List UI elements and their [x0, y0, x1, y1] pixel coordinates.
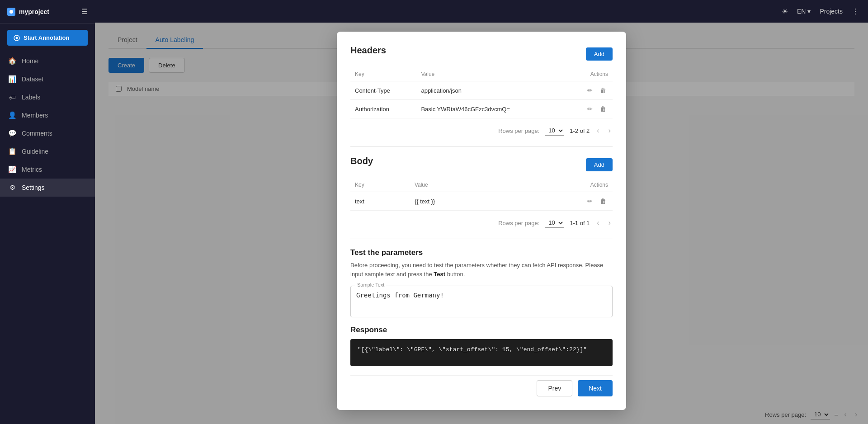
body-key-cell: text [350, 192, 410, 211]
metrics-icon: 📈 [8, 165, 16, 174]
body-next-arrow[interactable]: › [607, 218, 613, 228]
delete-header-button[interactable]: 🗑 [598, 104, 608, 113]
hamburger-menu-icon[interactable]: ☰ [81, 7, 88, 16]
body-section-header: Body Add [350, 156, 613, 174]
prev-button[interactable]: Prev [537, 380, 572, 396]
edit-header-button[interactable]: ✏ [585, 86, 594, 95]
page-content: Project Auto Labeling Create Delete Mode… [95, 23, 868, 424]
dialog: Headers Add Key Value Actions Content-Ty… [337, 32, 626, 410]
body-pagination: Rows per page: 10 1-1 of 1 ‹ › [350, 215, 613, 234]
body-add-button[interactable]: Add [586, 158, 613, 171]
body-title: Body [350, 156, 373, 166]
sidebar-item-settings[interactable]: ⚙ Settings [0, 179, 95, 197]
topbar: ☀ EN ▾ Projects ⋮ [95, 0, 868, 23]
headers-add-button[interactable]: Add [586, 47, 613, 61]
headers-section-header: Headers Add [350, 45, 613, 63]
sidebar-item-home-label: Home [22, 57, 38, 65]
sidebar-item-guideline[interactable]: 📋 Guideline [0, 142, 95, 160]
main-area: ☀ EN ▾ Projects ⋮ Project Auto Labeling … [95, 0, 868, 424]
comments-icon: 💬 [8, 129, 16, 137]
headers-next-arrow[interactable]: › [607, 126, 613, 136]
response-box: "[{\"label\": \"GPE\", \"start_offset\":… [350, 339, 613, 366]
sidebar-item-members[interactable]: 👤 Members [0, 106, 95, 124]
chevron-down-icon: ▾ [807, 8, 811, 15]
logo-icon [7, 8, 15, 16]
headers-rows-per-page-label: Rows per page: [498, 127, 539, 134]
body-value-cell: {{ text }} [410, 192, 505, 211]
svg-point-2 [16, 37, 18, 39]
sidebar-item-labels[interactable]: 🏷 Labels [0, 88, 95, 106]
test-description-part2: button. [445, 271, 465, 278]
headers-count: 1-2 of 2 [570, 127, 590, 134]
headers-key-col: Key [350, 67, 416, 81]
headers-value-col: Value [416, 67, 563, 81]
sample-text-floating-label: Sample Text [355, 282, 386, 287]
headers-actions-cell: ✏ 🗑 [563, 81, 613, 100]
sidebar: myproject ☰ Start Annotation 🏠 Home 📊 Da… [0, 0, 95, 424]
project-name: myproject [19, 8, 49, 15]
members-icon: 👤 [8, 111, 16, 119]
test-section-title: Test the parameters [350, 248, 613, 257]
sidebar-item-home[interactable]: 🏠 Home [0, 52, 95, 70]
test-description: Before proceeding, you need to test the … [350, 261, 613, 278]
sidebar-item-metrics-label: Metrics [22, 166, 42, 173]
guideline-icon: 📋 [8, 147, 16, 155]
sidebar-item-settings-label: Settings [22, 184, 45, 191]
sidebar-header: myproject ☰ [0, 0, 95, 24]
headers-table: Key Value Actions Content-Type applicati… [350, 67, 613, 118]
delete-body-button[interactable]: 🗑 [598, 197, 608, 206]
sidebar-item-dataset[interactable]: 📊 Dataset [0, 70, 95, 88]
sidebar-item-dataset-label: Dataset [22, 75, 43, 83]
sun-icon[interactable]: ☀ [782, 7, 788, 16]
svg-point-0 [9, 10, 13, 14]
headers-prev-arrow[interactable]: ‹ [595, 126, 601, 136]
body-table: Key Value Actions text {{ text }} ✏ 🗑 [350, 178, 613, 211]
response-title: Response [350, 325, 613, 334]
body-value-col: Value [410, 178, 505, 192]
headers-table-row: Authorization Basic YWRtaW46cGFzc3dvcmQ=… [350, 100, 613, 118]
headers-actions-cell: ✏ 🗑 [563, 100, 613, 118]
body-prev-arrow[interactable]: ‹ [595, 218, 601, 228]
sample-text-container: Sample Text [350, 286, 613, 317]
dataset-icon: 📊 [8, 75, 16, 83]
headers-value-cell: application/json [416, 81, 563, 100]
headers-key-cell: Authorization [350, 100, 416, 118]
sidebar-item-guideline-label: Guideline [22, 148, 48, 155]
body-actions-col: Actions [505, 178, 613, 192]
language-selector[interactable]: EN ▾ [797, 8, 811, 15]
test-description-bold: Test [434, 271, 445, 278]
headers-key-cell: Content-Type [350, 81, 416, 100]
response-content: "[{\"label\": \"GPE\", \"start_offset\":… [358, 346, 587, 353]
body-count: 1-1 of 1 [570, 220, 590, 226]
sidebar-item-comments-label: Comments [22, 130, 52, 137]
edit-header-button[interactable]: ✏ [585, 104, 594, 113]
sidebar-item-metrics[interactable]: 📈 Metrics [0, 160, 95, 179]
sidebar-item-comments[interactable]: 💬 Comments [0, 124, 95, 142]
body-key-col: Key [350, 178, 410, 192]
headers-table-row: Content-Type application/json ✏ 🗑 [350, 81, 613, 100]
settings-icon: ⚙ [8, 184, 16, 192]
sample-text-input[interactable] [356, 292, 607, 310]
body-table-row: text {{ text }} ✏ 🗑 [350, 192, 613, 211]
body-actions-cell: ✏ 🗑 [505, 192, 613, 211]
headers-value-cell: Basic YWRtaW46cGFzc3dvcmQ= [416, 100, 563, 118]
dialog-footer: Prev Next [350, 375, 613, 396]
test-description-part1: Before proceeding, you need to test the … [350, 262, 603, 278]
start-annotation-button[interactable]: Start Annotation [7, 30, 88, 46]
headers-rows-per-page-select[interactable]: 10 [545, 126, 564, 136]
body-rows-per-page-select[interactable]: 10 [545, 218, 564, 228]
headers-title: Headers [350, 45, 386, 56]
sidebar-nav: 🏠 Home 📊 Dataset 🏷 Labels 👤 Members 💬 Co… [0, 52, 95, 197]
home-icon: 🏠 [8, 57, 16, 65]
projects-link[interactable]: Projects [820, 8, 843, 15]
more-options-icon[interactable]: ⋮ [852, 7, 859, 16]
edit-body-button[interactable]: ✏ [585, 197, 594, 206]
sidebar-item-members-label: Members [22, 112, 48, 119]
body-rows-per-page-label: Rows per page: [498, 220, 539, 226]
headers-actions-col: Actions [563, 67, 613, 81]
headers-pagination: Rows per page: 10 1-2 of 2 ‹ › [350, 123, 613, 142]
delete-header-button[interactable]: 🗑 [598, 86, 608, 95]
labels-icon: 🏷 [8, 93, 16, 101]
next-button[interactable]: Next [578, 380, 613, 396]
sidebar-item-labels-label: Labels [22, 94, 40, 101]
